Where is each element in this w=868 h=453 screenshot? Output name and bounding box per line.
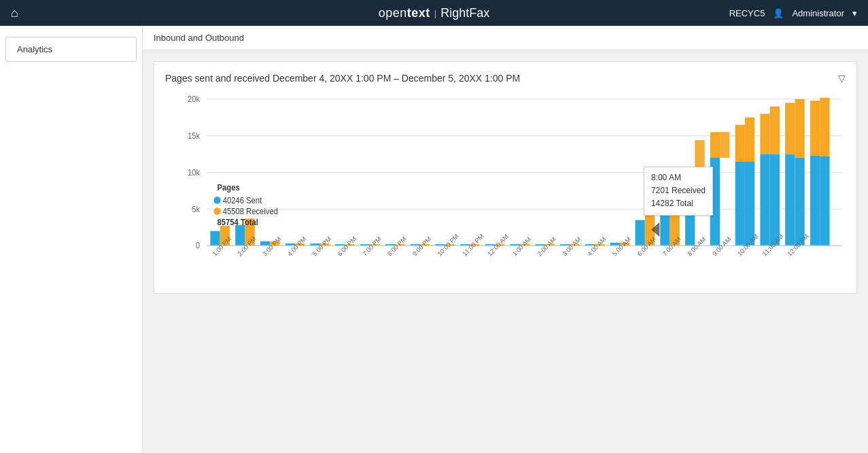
admin-icon: 👤 — [773, 8, 784, 18]
svg-rect-48 — [685, 193, 695, 246]
svg-rect-54 — [735, 124, 745, 161]
svg-text:6:00 PM: 6:00 PM — [336, 235, 358, 258]
svg-rect-56 — [745, 118, 754, 162]
top-nav: ⌂ opentext | RightFax RECYC5 👤 Administr… — [0, 0, 868, 26]
admin-label[interactable]: Administrator — [792, 8, 844, 18]
svg-text:7:00 PM: 7:00 PM — [361, 235, 383, 258]
main-layout: Analytics Inbound and Outbound Pages sen… — [0, 26, 868, 453]
svg-text:40246 Sent: 40246 Sent — [223, 196, 262, 204]
svg-text:5:00 PM: 5:00 PM — [311, 235, 332, 258]
svg-text:3:00 PM: 3:00 PM — [261, 235, 283, 258]
bar-chart: 20k 15k 10k 5k 0 — [165, 92, 846, 282]
chart-area: 20k 15k 10k 5k 0 — [165, 92, 846, 282]
svg-text:4:00 PM: 4:00 PM — [286, 235, 308, 258]
svg-text:10k: 10k — [188, 169, 200, 177]
svg-rect-51 — [720, 132, 729, 158]
svg-rect-52 — [710, 132, 720, 158]
svg-rect-67 — [810, 156, 820, 246]
svg-rect-61 — [770, 154, 780, 246]
svg-text:Pages: Pages — [218, 184, 240, 192]
chart-title: Pages sent and received December 4, 20XX… — [165, 73, 520, 84]
svg-rect-44 — [636, 220, 645, 246]
admin-dropdown-icon[interactable]: ▾ — [852, 8, 857, 18]
svg-text:4:00 AM: 4:00 AM — [586, 235, 607, 258]
svg-rect-53 — [710, 158, 720, 246]
svg-rect-49 — [695, 140, 704, 193]
brand-separator: | — [434, 8, 436, 18]
sidebar: Analytics — [0, 26, 143, 453]
svg-rect-46 — [660, 198, 670, 246]
svg-text:8:00 PM: 8:00 PM — [386, 235, 408, 258]
svg-rect-65 — [795, 158, 804, 246]
product-name: RightFax — [440, 6, 489, 20]
svg-rect-68 — [820, 98, 829, 156]
svg-rect-62 — [785, 103, 795, 154]
svg-rect-64 — [795, 99, 804, 158]
sidebar-item-analytics[interactable]: Analytics — [5, 37, 137, 62]
svg-rect-60 — [770, 107, 780, 154]
svg-rect-47 — [670, 176, 680, 246]
svg-rect-55 — [735, 161, 745, 246]
svg-text:15k: 15k — [188, 132, 200, 140]
svg-text:1:00 AM: 1:00 AM — [511, 235, 532, 258]
svg-text:85754 Total: 85754 Total — [218, 218, 258, 227]
svg-text:0: 0 — [196, 241, 200, 250]
recyc5-label: RECYC5 — [729, 8, 765, 18]
svg-text:2:00 AM: 2:00 AM — [536, 235, 557, 258]
chart-container: Pages sent and received December 4, 20XX… — [154, 61, 857, 294]
svg-text:5:00 AM: 5:00 AM — [611, 235, 632, 258]
svg-rect-69 — [820, 156, 829, 246]
chart-header: Pages sent and received December 4, 20XX… — [165, 73, 846, 84]
svg-point-97 — [214, 207, 221, 215]
analytics-label: Analytics — [17, 44, 52, 54]
svg-rect-59 — [760, 154, 769, 246]
svg-text:45508 Received: 45508 Received — [223, 207, 278, 216]
svg-rect-63 — [785, 154, 795, 246]
svg-rect-58 — [760, 114, 769, 154]
svg-point-95 — [214, 197, 221, 204]
svg-text:9:00 PM: 9:00 PM — [411, 235, 433, 258]
breadcrumb: Inbound and Outbound — [143, 26, 868, 50]
svg-rect-66 — [810, 101, 820, 156]
svg-text:5k: 5k — [192, 205, 200, 213]
svg-text:20k: 20k — [188, 95, 200, 103]
home-icon[interactable]: ⌂ — [11, 6, 18, 20]
brand-name: opentext — [379, 6, 430, 20]
svg-text:3:00 AM: 3:00 AM — [561, 235, 582, 258]
breadcrumb-label: Inbound and Outbound — [154, 33, 244, 43]
filter-icon[interactable]: ▽ — [838, 73, 846, 84]
main-content: Inbound and Outbound Pages sent and rece… — [143, 26, 868, 453]
svg-rect-12 — [235, 225, 245, 246]
